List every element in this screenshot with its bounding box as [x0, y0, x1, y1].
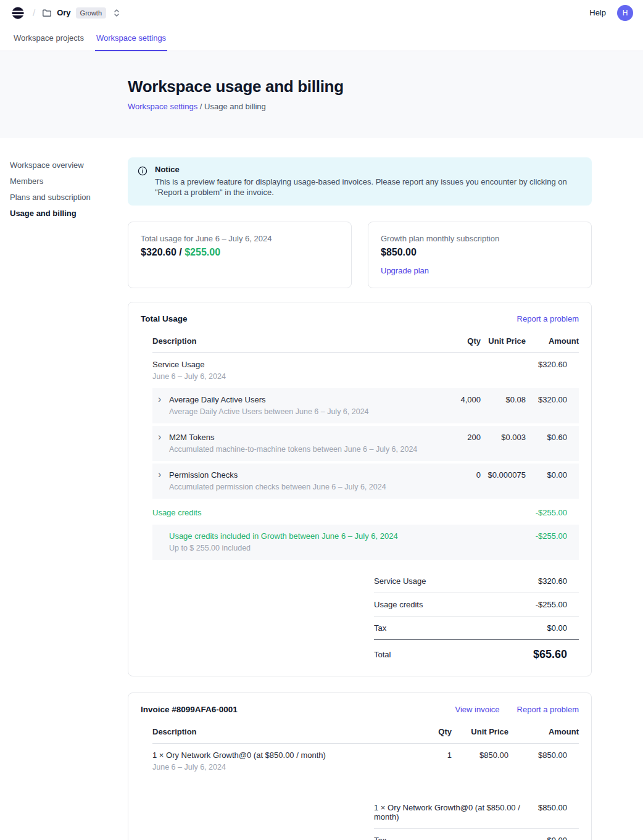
row-amount: -$255.00: [526, 501, 579, 524]
notice-banner: Notice This is a preview feature for dis…: [128, 157, 592, 206]
row-amount: $320.00: [526, 388, 579, 411]
summary-label: Usage credits: [374, 600, 423, 609]
summary-label: Tax: [374, 836, 386, 840]
workspace-name[interactable]: Ory: [57, 8, 70, 17]
topbar: / Ory Growth Help H: [0, 0, 643, 25]
col-unit-price: Unit Price: [452, 723, 508, 743]
table-row[interactable]: › M2M Tokens Accumulated machine-to-mach…: [152, 426, 579, 461]
row-amount: $0.00: [526, 464, 579, 486]
tab-workspace-settings[interactable]: Workspace settings: [95, 25, 167, 51]
row-unit-price: $0.000075: [481, 464, 526, 486]
row-qty: 200: [425, 426, 481, 449]
row-amount: -$255.00: [526, 525, 579, 547]
breadcrumb: Workspace settings / Usage and billing: [128, 102, 643, 111]
row-unit-price: $850.00: [452, 744, 508, 767]
chevron-right-icon[interactable]: ›: [158, 433, 169, 454]
row-name: 1 × Ory Network Growth@0 (at $850.00 / m…: [152, 751, 398, 760]
row-name: Service Usage: [152, 360, 425, 370]
summary-value: $0.00: [547, 836, 579, 840]
row-subtitle: June 6 – July 6, 2024: [152, 372, 425, 381]
main-content: Notice This is a preview feature for dis…: [128, 138, 592, 840]
usage-amount: $320.60: [141, 247, 176, 257]
sidebar-item-plans-and-subscription[interactable]: Plans and subscription: [10, 193, 116, 201]
usage-credit-amount: $255.00: [185, 247, 220, 257]
total-row: Total $65.60: [374, 640, 579, 661]
table-header: Description Qty Unit Price Amount: [152, 333, 579, 353]
plan-card: Growth plan monthly subscription $850.00…: [368, 222, 592, 288]
row-subtitle: Accumulated permission checks between Ju…: [169, 483, 386, 492]
summary-value: -$255.00: [536, 600, 579, 609]
row-unit-price: $0.08: [481, 388, 526, 411]
summary-label: Tax: [374, 623, 386, 633]
invoice-panel: Invoice #8099AFA6-0001 View invoice Repo…: [128, 692, 592, 840]
summary-label: 1 × Ory Network Growth@0 (at $850.00 / m…: [374, 803, 538, 821]
sidebar-item-workspace-overview[interactable]: Workspace overview: [10, 161, 116, 169]
summary-value: $320.60: [538, 576, 579, 586]
summary-row: Usage credits -$255.00: [374, 593, 579, 617]
row-amount: $320.60: [526, 353, 579, 376]
row-unit-price: $0.003: [481, 426, 526, 449]
col-amount: Amount: [508, 723, 579, 743]
col-qty: Qty: [425, 333, 481, 352]
slash-separator: /: [33, 7, 35, 18]
row-subtitle: Up to $ 255.00 included: [169, 544, 425, 553]
view-invoice-link[interactable]: View invoice: [455, 705, 500, 714]
summary-row: Service Usage $320.60: [374, 570, 579, 593]
table-row: 1 × Ory Network Growth@0 (at $850.00 / m…: [152, 744, 579, 779]
breadcrumb-current: / Usage and billing: [197, 102, 266, 111]
col-unit-price: Unit Price: [481, 333, 526, 352]
row-amount: $0.60: [526, 426, 579, 449]
row-qty: 0: [425, 464, 481, 486]
page-header: Workspace usage and billing Workspace se…: [0, 51, 643, 138]
chevron-right-icon[interactable]: ›: [158, 470, 169, 492]
usage-summary-label: Total usage for June 6 – July 6, 2024: [141, 234, 339, 243]
report-problem-link[interactable]: Report a problem: [517, 314, 579, 323]
sidebar: Workspace overview Members Plans and sub…: [10, 161, 116, 225]
row-qty: 1: [398, 744, 452, 767]
table-row: Usage credits -$255.00: [152, 501, 579, 525]
sidebar-item-members[interactable]: Members: [10, 177, 116, 185]
chevron-right-icon[interactable]: ›: [158, 395, 169, 417]
row-subtitle: June 6 – July 6, 2024: [152, 763, 398, 772]
usage-panel: Total Usage Report a problem Description…: [128, 302, 592, 676]
row-name: M2M Tokens: [169, 433, 417, 443]
help-link[interactable]: Help: [589, 8, 606, 17]
table-header: Description Qty Unit Price Amount: [152, 723, 579, 744]
invoice-title: Invoice #8099AFA6-0001: [141, 705, 238, 714]
table-row: Service Usage June 6 – July 6, 2024 $320…: [152, 353, 579, 388]
report-problem-link[interactable]: Report a problem: [517, 705, 579, 714]
summary-row: Tax $0.00: [374, 617, 579, 640]
avatar[interactable]: H: [617, 5, 633, 21]
upgrade-plan-link[interactable]: Upgrade plan: [381, 266, 579, 275]
sidebar-item-usage-and-billing[interactable]: Usage and billing: [10, 209, 116, 217]
workspace-switcher-icon[interactable]: [112, 8, 121, 18]
row-amount: $850.00: [508, 744, 579, 767]
plan-badge: Growth: [76, 7, 106, 19]
col-qty: Qty: [398, 723, 452, 743]
summary-value: $850.00: [538, 803, 579, 821]
usage-summary-card: Total usage for June 6 – July 6, 2024 $3…: [128, 222, 352, 288]
row-name: Average Daily Active Users: [169, 395, 369, 405]
summary-row: 1 × Ory Network Growth@0 (at $850.00 / m…: [374, 796, 579, 829]
usage-summary-value: $320.60 / $255.00: [141, 247, 339, 258]
breadcrumb-link[interactable]: Workspace settings: [128, 102, 197, 111]
tab-workspace-projects[interactable]: Workspace projects: [12, 25, 85, 51]
page-title: Workspace usage and billing: [128, 77, 643, 96]
notice-title: Notice: [155, 165, 582, 175]
total-label: Total: [374, 650, 391, 659]
plan-card-label: Growth plan monthly subscription: [381, 234, 579, 243]
row-name: Usage credits: [152, 508, 425, 518]
row-subtitle: Average Daily Active Users between June …: [169, 407, 369, 417]
usage-panel-title: Total Usage: [141, 314, 188, 323]
invoice-summary: 1 × Ory Network Growth@0 (at $850.00 / m…: [374, 796, 579, 840]
tab-bar: Workspace projects Workspace settings: [0, 25, 643, 51]
total-value: $65.60: [533, 648, 579, 661]
info-icon: [138, 166, 147, 198]
summary-value: $0.00: [547, 623, 579, 633]
table-row[interactable]: › Average Daily Active Users Average Dai…: [152, 388, 579, 423]
ory-logo[interactable]: [11, 6, 25, 20]
table-row[interactable]: › Permission Checks Accumulated permissi…: [152, 464, 579, 499]
col-description: Description: [152, 333, 425, 352]
row-qty: 4,000: [425, 388, 481, 411]
row-name: Permission Checks: [169, 470, 386, 480]
